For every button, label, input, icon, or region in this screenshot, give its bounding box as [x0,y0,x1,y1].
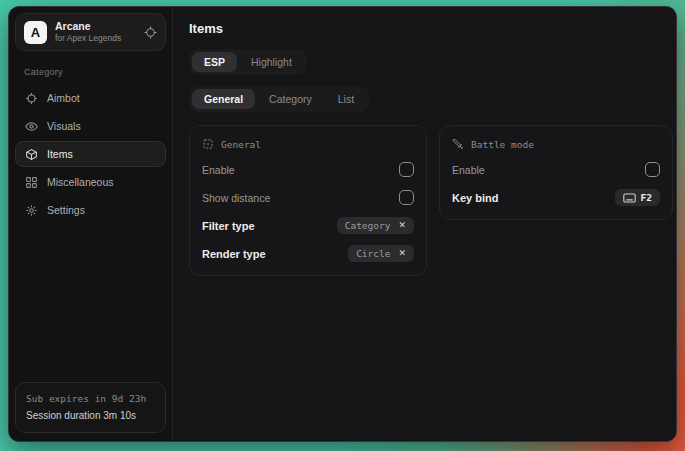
sidebar-item-settings[interactable]: Settings [15,197,166,223]
setting-row: Enable [452,161,660,178]
setting-row: Filter type Category ✕ [202,217,414,234]
general-panel: General Enable Show distance Filter type… [189,125,427,276]
close-icon[interactable]: ✕ [398,221,406,230]
tab-category[interactable]: Category [257,89,324,109]
sidebar-item-label: Miscellaneous [47,176,114,188]
setting-label: Key bind [452,192,498,204]
show-distance-checkbox[interactable] [399,190,414,205]
sidebar-item-label: Settings [47,204,85,216]
settings-gear-icon [25,204,38,217]
keybind-button[interactable]: F2 [615,189,660,206]
panel-title: General [221,139,261,150]
brand-card: A Arcane for Apex Legends [15,13,166,51]
setting-row: Show distance [202,189,414,206]
filter-type-select[interactable]: Category ✕ [337,217,414,234]
tab-esp[interactable]: ESP [192,52,237,72]
setting-label: Show distance [202,192,270,204]
setting-row: Enable [202,161,414,178]
misc-grid-icon [25,176,38,189]
tab-general[interactable]: General [192,89,255,109]
sidebar-item-aimbot[interactable]: Aimbot [15,85,166,111]
session-duration-text: Session duration 3m 10s [26,407,155,424]
brand-subtitle: for Apex Legends [55,33,136,44]
sidebar-item-miscellaneous[interactable]: Miscellaneous [15,169,166,195]
visuals-eye-icon [25,120,38,133]
sidebar-item-label: Items [47,148,73,160]
setting-label: Enable [202,164,235,176]
sidebar-nav: Aimbot Visuals Items [15,85,166,223]
sidebar-item-items[interactable]: Items [15,141,166,167]
main-content: Items ESP Highlight General Category Lis… [173,7,677,441]
view-tabs: General Category List [189,86,369,112]
sub-expires-text: Sub expires in 9d 23h [26,391,155,407]
sidebar-item-visuals[interactable]: Visuals [15,113,166,139]
tab-highlight[interactable]: Highlight [239,52,304,72]
sidebar: A Arcane for Apex Legends Category [9,7,173,441]
category-section-label: Category [24,67,166,77]
setting-row: Render type Circle ✕ [202,245,414,262]
sword-icon [452,138,464,150]
app-window: A Arcane for Apex Legends Category [8,6,677,442]
setting-row: Key bind F2 [452,189,660,206]
battle-mode-panel: Battle mode Enable Key bind [439,125,673,220]
target-icon[interactable] [144,26,157,39]
page-title: Items [189,21,673,36]
selected-value: Category [345,220,391,231]
sidebar-item-label: Visuals [47,120,81,132]
keyboard-icon [623,193,636,203]
aimbot-crosshair-icon [25,92,38,105]
mode-tabs: ESP Highlight [189,49,307,75]
items-cube-icon [25,148,38,161]
setting-label: Enable [452,164,485,176]
selected-value: Circle [356,248,390,259]
tab-list[interactable]: List [326,89,366,109]
subscription-info-card: Sub expires in 9d 23h Session duration 3… [15,382,166,433]
close-icon[interactable]: ✕ [398,249,406,258]
setting-label: Filter type [202,220,255,232]
panel-title: Battle mode [471,139,534,150]
keybind-value: F2 [641,192,652,203]
render-type-select[interactable]: Circle ✕ [348,245,414,262]
brand-title: Arcane [55,20,136,33]
battle-enable-checkbox[interactable] [645,162,660,177]
sidebar-item-label: Aimbot [47,92,80,104]
enable-checkbox[interactable] [399,162,414,177]
scan-frame-icon [202,138,214,150]
setting-label: Render type [202,248,266,260]
brand-logo: A [24,21,47,44]
